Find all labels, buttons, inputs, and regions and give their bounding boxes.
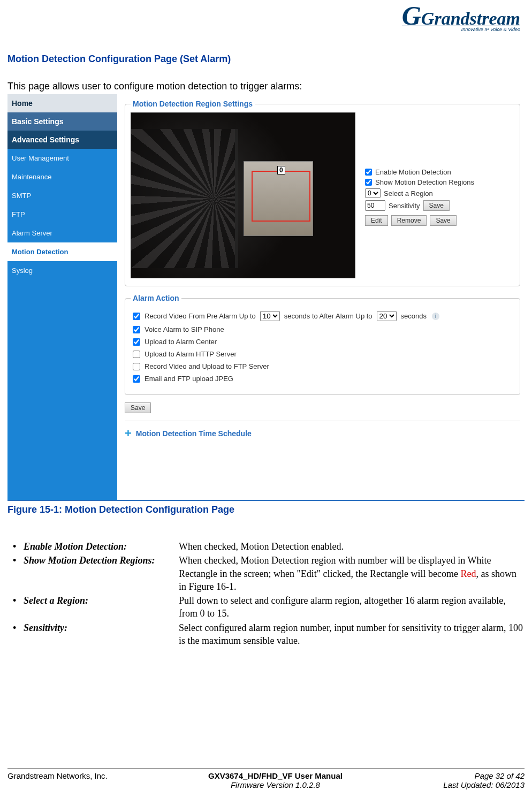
record-video-checkbox[interactable] xyxy=(133,313,140,320)
sidebar-item-syslog[interactable]: Syslog xyxy=(7,261,117,280)
footer-page: Page 32 of 42 xyxy=(443,771,525,780)
sidebar-item-motion-detection[interactable]: Motion Detection xyxy=(7,242,117,261)
sidebar: Home Basic Settings Advanced Settings Us… xyxy=(7,94,117,500)
desc-definition: When checked, Motion Detection enabled. xyxy=(179,540,525,553)
region-settings-legend: Motion Detection Region Settings xyxy=(131,100,255,108)
region-settings-fieldset: Motion Detection Region Settings 0 Enabl… xyxy=(125,100,520,286)
intro-text: This page allows user to configure motio… xyxy=(7,81,525,92)
bullet: • xyxy=(7,554,24,593)
detection-region-box[interactable] xyxy=(252,171,310,222)
footer-left: Grandstream Networks, Inc. xyxy=(7,771,108,789)
email-jpeg-label: Email and FTP upload JPEG xyxy=(145,375,233,383)
upload-center-label: Upload to Alarm Center xyxy=(145,338,217,346)
desc-term: Enable Motion Detection: xyxy=(24,540,179,553)
post-seconds-select[interactable]: 20 xyxy=(377,311,397,321)
plus-icon: + xyxy=(125,427,132,440)
upload-ftp-label: Record Video and Upload to FTP Server xyxy=(145,362,269,370)
show-regions-checkbox[interactable] xyxy=(365,179,372,186)
region-save-button[interactable]: Save xyxy=(430,215,456,226)
footer-title: GXV3674_HD/FHD_VF User Manual xyxy=(208,771,343,780)
footer-version: Firmware Version 1.0.2.8 xyxy=(208,780,343,789)
main-panel: Motion Detection Region Settings 0 Enabl… xyxy=(117,94,525,500)
voice-alarm-checkbox[interactable] xyxy=(133,326,140,333)
show-regions-label: Show Motion Detection Regions xyxy=(375,178,474,186)
alarm-action-legend: Alarm Action xyxy=(131,294,181,302)
schedule-label: Motion Detection Time Schedule xyxy=(136,429,252,438)
brand-logo: GGrandstream Innovative IP Voice & Video xyxy=(7,5,525,43)
sensitivity-label: Sensitivity xyxy=(389,202,420,210)
schedule-toggle[interactable]: + Motion Detection Time Schedule xyxy=(125,421,520,440)
record-pre-label: Record Video From Pre Alarm Up to xyxy=(145,312,256,320)
alarm-save-button[interactable]: Save xyxy=(125,402,151,413)
desc-term: Select a Region: xyxy=(24,594,179,620)
enable-motion-label: Enable Motion Detection xyxy=(375,168,451,176)
app-screenshot: Home Basic Settings Advanced Settings Us… xyxy=(7,94,525,501)
video-preview[interactable]: 0 xyxy=(131,112,355,278)
bullet: • xyxy=(7,594,24,620)
sidebar-item-basic[interactable]: Basic Settings xyxy=(7,112,117,131)
pre-seconds-select[interactable]: 10 xyxy=(260,311,280,321)
alarm-action-fieldset: Alarm Action Record Video From Pre Alarm… xyxy=(125,294,520,395)
voice-alarm-label: Voice Alarm to SIP Phone xyxy=(145,325,224,333)
desc-term: Sensitivity: xyxy=(24,621,179,648)
bullet: • xyxy=(7,621,24,648)
section-heading: Motion Detection Configuration Page (Set… xyxy=(7,54,525,65)
sidebar-item-ftp[interactable]: FTP xyxy=(7,205,117,224)
footer-updated: Last Updated: 06/2013 xyxy=(443,780,525,789)
region-select[interactable]: 0 xyxy=(365,188,381,198)
email-jpeg-checkbox[interactable] xyxy=(133,375,140,383)
brand-name: Grandstream xyxy=(421,9,520,28)
info-icon[interactable]: i xyxy=(432,313,439,320)
upload-http-label: Upload to Alarm HTTP Server xyxy=(145,350,237,358)
sensitivity-save-button[interactable]: Save xyxy=(423,200,450,211)
remove-button[interactable]: Remove xyxy=(391,215,427,226)
upload-center-checkbox[interactable] xyxy=(133,338,140,346)
sidebar-item-home[interactable]: Home xyxy=(7,94,117,112)
region-marker: 0 xyxy=(277,166,285,174)
bullet: • xyxy=(7,540,24,553)
region-select-label: Select a Region xyxy=(384,189,433,197)
enable-motion-checkbox[interactable] xyxy=(365,169,372,176)
edit-button[interactable]: Edit xyxy=(365,215,388,226)
desc-definition: When checked, Motion Detection region wi… xyxy=(179,554,525,593)
sidebar-item-advanced[interactable]: Advanced Settings xyxy=(7,131,117,149)
desc-definition: Pull down to select and configure alarm … xyxy=(179,594,525,620)
desc-definition: Select configured alarm region number, i… xyxy=(179,621,525,648)
sensitivity-input[interactable] xyxy=(365,200,385,211)
desc-term: Show Motion Detection Regions: xyxy=(24,554,179,593)
record-mid-label: seconds to After Alarm Up to xyxy=(284,312,373,320)
record-suf-label: seconds xyxy=(401,312,427,320)
upload-http-checkbox[interactable] xyxy=(133,351,140,358)
sidebar-item-user-management[interactable]: User Management xyxy=(7,149,117,168)
upload-ftp-checkbox[interactable] xyxy=(133,363,140,370)
description-list: •Enable Motion Detection:When checked, M… xyxy=(7,540,525,647)
figure-caption: Figure 15-1: Motion Detection Configurat… xyxy=(7,504,525,515)
sidebar-item-maintenance[interactable]: Maintenance xyxy=(7,168,117,186)
sidebar-item-smtp[interactable]: SMTP xyxy=(7,186,117,205)
sidebar-item-alarm-server[interactable]: Alarm Server xyxy=(7,224,117,242)
page-footer: Grandstream Networks, Inc. GXV3674_HD/FH… xyxy=(7,769,525,789)
